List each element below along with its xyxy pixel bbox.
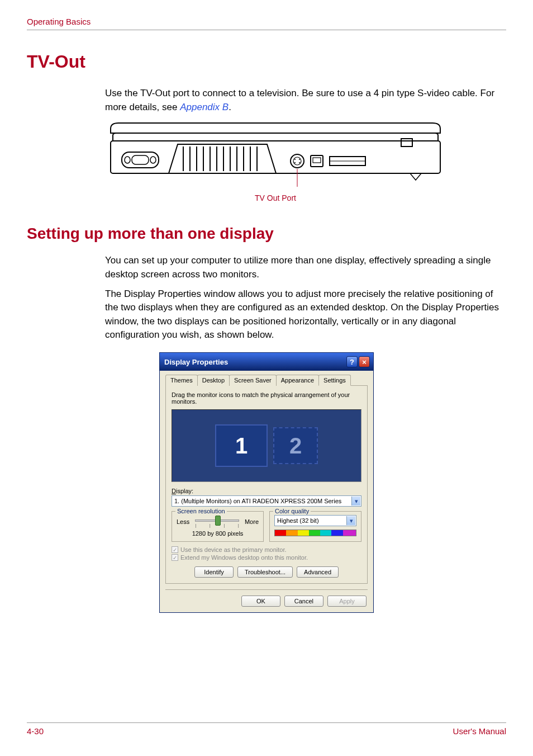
resolution-fieldset: Screen resolution Less |||| More 12 [172,511,264,542]
setup-p1: You can set up your computer to utilize … [105,254,501,281]
help-button[interactable]: ? [346,356,358,367]
svg-point-19 [294,159,296,160]
tab-appearance[interactable]: Appearance [276,375,319,386]
apply-button: Apply [327,596,367,607]
settings-button-row: Identify Troubleshoot... Advanced [172,566,361,578]
monitor-1[interactable]: 1 [215,424,268,467]
close-button[interactable]: × [359,356,370,367]
advanced-button[interactable]: Advanced [297,566,339,578]
color-fieldset: Color quality Highest (32 bit) ▾ [269,511,361,542]
display-select[interactable]: 1. (Multiple Monitors) on ATI RADEON XPR… [172,495,361,507]
tab-themes[interactable]: Themes [165,375,198,386]
laptop-diagram [105,121,506,190]
svg-point-22 [299,162,300,163]
chk2-label: Extend my Windows desktop onto this moni… [180,554,308,561]
tvout-text-post: . [229,102,231,112]
instruction-text: Drag the monitor icons to match the phys… [172,391,361,405]
chevron-down-icon: ▾ [346,516,355,525]
troubleshoot-button[interactable]: Troubleshoot... [237,566,293,578]
tab-screensaver[interactable]: Screen Saver [229,375,277,386]
heading-setup: Setting up more than one display [27,225,506,243]
identify-button[interactable]: Identify [194,566,234,578]
monitor-checkboxes: ✓ Use this device as the primary monitor… [172,546,361,561]
resolution-value: 1280 by 800 pixels [177,530,259,537]
tvout-text-pre: Use the TV-Out port to connect to a tele… [105,88,494,112]
dialog-screenshot: Display Properties ? × Themes Desktop Sc… [27,352,506,613]
color-spectrum-bar [274,530,356,536]
laptop-side-svg [105,121,446,188]
chevron-down-icon: ▾ [351,497,360,505]
tab-settings[interactable]: Settings [318,375,351,386]
tab-strip: Themes Desktop Screen Saver Appearance S… [165,374,368,386]
tvout-paragraph: Use the TV-Out port to connect to a tele… [105,87,501,114]
monitor-2[interactable]: 2 [273,427,318,464]
resolution-slider-row: Less |||| More [177,515,259,528]
res-less-label: Less [177,518,189,525]
ok-button[interactable]: OK [241,596,280,607]
help-icon: ? [350,358,354,366]
svg-point-20 [299,159,300,160]
cancel-button[interactable]: Cancel [284,596,323,607]
extend-desktop-checkbox: ✓ [172,554,178,561]
dialog-body: Themes Desktop Screen Saver Appearance S… [160,371,373,612]
res-more-label: More [245,518,259,525]
settings-panel: Drag the monitor icons to match the phys… [165,386,368,584]
monitor-arrangement-area[interactable]: 1 2 [172,409,361,482]
dialog-bottom-buttons: OK Cancel Apply [165,589,368,607]
page-number: 4-30 [27,726,44,736]
resolution-legend: Screen resolution [175,508,227,514]
appendix-link[interactable]: Appendix B [180,102,229,112]
footer-label: User's Manual [453,726,506,736]
dialog-title: Display Properties [164,358,345,366]
heading-tvout: TV-Out [27,51,506,72]
resolution-slider[interactable] [195,519,239,522]
dialog-titlebar: Display Properties ? × [160,353,373,371]
display-label: Display: [172,488,361,494]
tab-desktop[interactable]: Desktop [197,375,230,386]
diagram-caption: TV Out Port [105,193,446,202]
color-legend: Color quality [273,508,311,514]
slider-thumb[interactable] [215,516,221,526]
page-header: Operating Basics [27,17,506,30]
setup-p2: The Display Properties window allows you… [105,287,501,343]
display-select-value: 1. (Multiple Monitors) on ATI RADEON XPR… [174,498,341,504]
svg-point-21 [294,162,296,163]
chk1-label: Use this device as the primary monitor. [180,546,287,553]
page-footer: 4-30 User's Manual [27,722,506,736]
display-properties-dialog: Display Properties ? × Themes Desktop Sc… [159,352,374,613]
primary-monitor-checkbox: ✓ [172,546,178,553]
section-name: Operating Basics [27,17,91,26]
svg-rect-0 [111,141,440,173]
close-icon: × [362,358,367,366]
color-select-value: Highest (32 bit) [277,517,319,524]
color-select[interactable]: Highest (32 bit) ▾ [274,515,356,526]
